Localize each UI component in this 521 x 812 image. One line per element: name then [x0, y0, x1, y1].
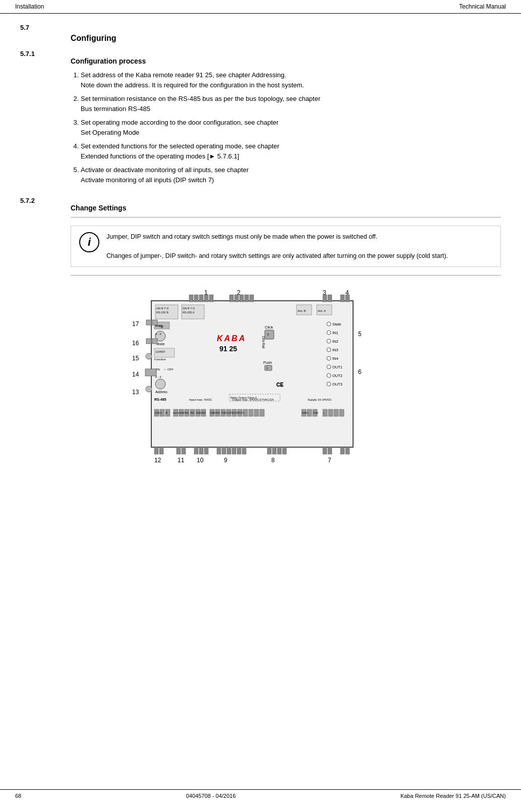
svg-text:IN2: IN2 — [191, 412, 195, 414]
page-content: 5.7 Configuring 5.7.1 Configuration proc… — [0, 14, 521, 538]
svg-rect-53 — [334, 409, 338, 416]
footer-page-num: 68 — [15, 793, 21, 799]
svg-rect-74 — [277, 447, 281, 454]
out3-dot — [327, 382, 331, 386]
svg-text:GND: GND — [210, 412, 216, 414]
svg-text:IN3: IN3 — [202, 412, 206, 414]
svg-rect-71 — [242, 447, 246, 454]
terminal-group-rs485: GND A B — [154, 409, 170, 416]
svg-rect-1 — [194, 295, 198, 302]
side-num-17: 17 — [132, 320, 139, 328]
svg-text:GND: GND — [221, 412, 227, 414]
step-2-main: Set termination resistance on the RS-485… — [81, 95, 320, 102]
step-1-sub: Note down the address. It is required fo… — [81, 81, 304, 89]
out2-dot — [327, 373, 331, 377]
device-rect — [151, 301, 353, 447]
rs485-label: RS-485 — [154, 398, 166, 401]
device-diagram: 1 2 3 4 — [111, 286, 414, 508]
svg-rect-75 — [282, 447, 286, 454]
svg-rect-62 — [182, 447, 186, 454]
section-571-number: 5.7.1 — [20, 50, 61, 189]
step-4-main: Set extended functions for the selected … — [81, 142, 279, 150]
ce-mark: CE — [276, 382, 283, 388]
step-5: Activate or deactivate monitoring of all… — [81, 165, 501, 185]
svg-rect-2 — [199, 295, 203, 302]
side-num-14: 14 — [132, 371, 139, 378]
rs232b-label: RS-232 B — [156, 311, 168, 314]
svg-rect-41 — [260, 409, 264, 416]
svg-text:+: + — [308, 412, 309, 414]
info-box: i Jumper, DIP switch and rotary switch s… — [71, 226, 501, 267]
svg-rect-69 — [232, 447, 236, 454]
out1-label: OUT1 — [332, 365, 342, 369]
top-connector-1 — [189, 295, 213, 302]
divider-top — [71, 217, 501, 218]
svg-text:GND: GND — [155, 412, 160, 414]
left-comp-14 — [145, 369, 156, 376]
step-5-main: Activate or deactivate monitoring of all… — [81, 166, 249, 174]
side-num-16: 16 — [132, 340, 139, 347]
model-number: 91 25 — [219, 345, 237, 353]
svg-rect-59 — [154, 447, 158, 454]
bot-num-8: 8 — [271, 457, 275, 464]
section-57: 5.7 Configuring — [20, 24, 501, 48]
zero-f-label: 0 - F — [155, 333, 162, 336]
svg-rect-76 — [323, 447, 327, 454]
bot-num-11: 11 — [178, 457, 185, 464]
info-text: Jumper, DIP switch and rotary switch set… — [106, 232, 448, 260]
step-3-main: Set operating mode according to the door… — [81, 119, 278, 126]
svg-rect-3 — [204, 295, 208, 302]
left-conn-16b — [152, 339, 157, 344]
svg-text:GND: GND — [196, 412, 202, 414]
section-571: 5.7.1 Configuration process Set address … — [20, 50, 501, 189]
supply-label: Supply 10-34VDC — [308, 398, 332, 401]
page-header: Installation Technical Manual — [0, 0, 521, 14]
page-footer: 68 04045708 - 04/2016 Kaba Remote Reader… — [0, 789, 521, 802]
output-max-label: Output max. 34VDC/27VAC/2A — [232, 398, 274, 401]
svg-text:A: A — [160, 412, 162, 414]
diagram-area: 1 2 3 4 — [111, 286, 414, 498]
svg-rect-63 — [194, 447, 198, 454]
in4-dot — [327, 356, 331, 360]
bot-num-7: 7 — [328, 457, 331, 464]
off-label: OFF — [167, 368, 173, 371]
svg-rect-8 — [245, 295, 249, 302]
push-label: Push — [263, 360, 272, 365]
divider-bottom — [71, 275, 501, 276]
svg-rect-7 — [240, 295, 244, 302]
step-1: Set address of the Kaba remote reader 91… — [81, 70, 501, 90]
section-57-title: Configuring — [71, 34, 501, 43]
out2-label: OUT2 — [332, 373, 342, 378]
svg-text:B: B — [166, 412, 167, 414]
arrow-label: ↔ — [163, 368, 166, 371]
section-572-title: Change Settings — [71, 204, 501, 212]
rs232a-label: RS-232 A — [183, 311, 195, 314]
rs232a-pins: GN R T O — [183, 307, 195, 310]
side-num-6: 6 — [358, 368, 362, 375]
svg-rect-5 — [229, 295, 234, 302]
click-button — [265, 330, 274, 339]
click-label: Click — [265, 325, 273, 330]
svg-rect-40 — [254, 409, 259, 416]
svg-rect-67 — [222, 447, 226, 454]
in3-label: IN3 — [332, 348, 338, 352]
terminal-group-supply: GND + GND + — [302, 409, 344, 416]
footer-product: Kaba Remote Reader 91 25-AM (US/CAN) — [400, 793, 506, 799]
step-4-sub: Extended functions of the operating mode… — [81, 152, 239, 160]
svg-text:GND: GND — [302, 412, 308, 414]
svg-rect-72 — [267, 447, 271, 454]
bot-num-9: 9 — [224, 457, 227, 464]
info-line2: Changes of jumper-, DIP switch- and rota… — [106, 252, 448, 259]
side-num-13: 13 — [132, 389, 139, 396]
svg-text:GND: GND — [180, 412, 185, 414]
left-conn-17b — [152, 320, 157, 325]
side-num-5: 5 — [358, 331, 362, 338]
anta-label: Ant. A — [318, 309, 326, 312]
section-572: 5.7.2 Change Settings i Jumper, DIP swit… — [20, 197, 501, 498]
svg-rect-70 — [237, 447, 241, 454]
step-5-sub: Activate monitoring of all inputs (DIP s… — [81, 176, 214, 184]
rs232b-pins: GN R T O — [156, 307, 169, 310]
input-max-label: Input max. 5VDC — [189, 398, 212, 401]
svg-rect-13 — [345, 295, 350, 302]
svg-rect-66 — [217, 447, 221, 454]
